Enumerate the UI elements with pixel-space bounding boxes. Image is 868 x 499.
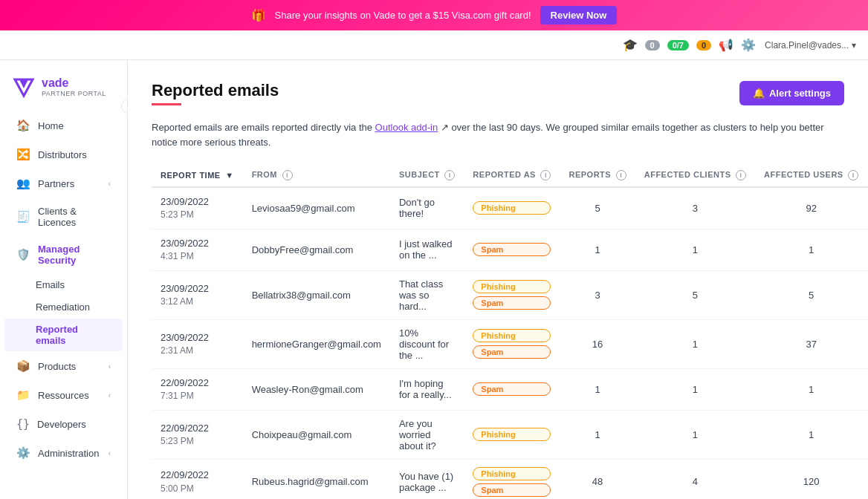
table-row: 22/09/2022 7:31 PM Weasley-Ron@gmail.com… xyxy=(152,368,868,410)
svg-marker-1 xyxy=(19,79,28,88)
sidebar-item-ressources[interactable]: 📁 Ressources ‹ xyxy=(4,381,123,409)
home-icon: 🏠 xyxy=(16,119,30,132)
tag-spam: Spam xyxy=(473,483,551,497)
ressources-chevron-icon: ‹ xyxy=(108,391,111,399)
badge-group-2: 0 xyxy=(696,40,711,50)
time-value: 5:23 PM xyxy=(161,435,234,448)
alert-settings-button[interactable]: 🔔 Alert settings xyxy=(739,81,844,105)
sidebar-item-label: Developers xyxy=(37,419,86,430)
cell-affected-clients: 3 xyxy=(635,187,755,229)
sidebar-item-developers[interactable]: {} Developers xyxy=(4,410,123,438)
reported-as-info-icon[interactable]: i xyxy=(540,170,551,180)
cell-tags: PhishingSpam xyxy=(464,270,560,319)
reports-info-icon[interactable]: i xyxy=(616,170,626,180)
cell-tags: Spam xyxy=(464,229,560,270)
sidebar-item-partners[interactable]: 👥 Partners ‹ xyxy=(4,169,123,198)
sidebar-item-products[interactable]: 📦 Products ‹ xyxy=(4,352,123,380)
partners-icon: 👥 xyxy=(16,177,30,190)
sidebar-item-remediation[interactable]: Remediation xyxy=(4,296,123,318)
time-value: 4:31 PM xyxy=(161,250,234,263)
cell-tags: Phishing xyxy=(464,187,560,229)
sidebar-item-emails[interactable]: Emails xyxy=(4,274,123,296)
user-name: Clara.Pinel@vades... xyxy=(765,40,849,50)
date-value: 23/09/2022 xyxy=(161,282,234,296)
time-value: 7:31 PM xyxy=(161,390,234,402)
sidebar-collapse-button[interactable]: ‹ xyxy=(121,99,128,114)
cell-affected-users: 1 xyxy=(755,368,867,410)
administration-chevron-icon: ‹ xyxy=(108,449,111,457)
cell-affected-users: 5 xyxy=(755,270,867,319)
badge-count-1: 0/7 xyxy=(667,40,689,50)
tag-phishing: Phishing xyxy=(473,428,551,441)
date-value: 22/09/2022 xyxy=(161,469,234,482)
page-title: Reported emails xyxy=(152,81,279,100)
graduation-icon-button[interactable]: 🎓 xyxy=(623,38,638,52)
cell-reports: 1 xyxy=(560,410,635,459)
time-value: 3:12 AM xyxy=(161,296,234,308)
affected-users-info-icon[interactable]: i xyxy=(848,170,858,180)
cell-reports: 1 xyxy=(560,229,635,270)
cell-from: Weasley-Ron@gmail.com xyxy=(243,368,390,410)
cell-from: Leviosaa59@gmail.com xyxy=(243,187,390,229)
badge-group-0: 0 xyxy=(645,40,660,50)
cell-date: 23/09/2022 3:12 AM xyxy=(152,270,243,319)
cell-affected-clients: 4 xyxy=(635,459,755,499)
sidebar-sub-item-label: Remediation xyxy=(36,301,90,313)
outlook-addin-link[interactable]: Outlook add-in xyxy=(375,122,438,133)
info-text-before: Reported emails are emails reported dire… xyxy=(152,122,375,133)
from-info-icon[interactable]: i xyxy=(282,170,293,180)
sidebar-sub-item-label: Reported emails xyxy=(36,324,78,346)
gift-icon: 🎁 xyxy=(251,8,266,22)
brand-subtitle: PARTNER PORTAL xyxy=(42,90,106,98)
date-value: 22/09/2022 xyxy=(161,376,234,390)
vade-logo-icon xyxy=(12,75,36,99)
badge-count-2: 0 xyxy=(696,40,711,50)
sidebar-item-managed-security[interactable]: 🛡️ Managed Security xyxy=(4,236,123,273)
cell-tags: PhishingSpam xyxy=(464,459,560,499)
cell-from: hermioneGranger@gmail.com xyxy=(243,319,390,368)
cell-subject: You have (1) package ... xyxy=(390,459,464,499)
date-value: 23/09/2022 xyxy=(161,237,234,250)
subject-info-icon[interactable]: i xyxy=(444,170,455,180)
cell-from: Choixpeau@gmail.com xyxy=(243,410,390,459)
date-value: 23/09/2022 xyxy=(161,331,234,345)
sidebar: ‹ vade PARTNER PORTAL 🏠 Home 🔀 Distribut… xyxy=(0,60,128,499)
cell-from: Bellatrix38@gmail.com xyxy=(243,270,390,319)
cell-affected-clients: 5 xyxy=(635,270,755,319)
col-report-time[interactable]: REPORT TIME ▼ xyxy=(152,164,243,187)
sidebar-item-distributors[interactable]: 🔀 Distributors xyxy=(4,140,123,169)
cell-subject: 10% discount for the ... xyxy=(390,319,464,368)
banner-text: Share your insights on Vade to get a $15… xyxy=(275,10,531,21)
table-row: 23/09/2022 2:31 AM hermioneGranger@gmail… xyxy=(152,319,868,368)
date-value: 23/09/2022 xyxy=(161,195,234,209)
table-row: 23/09/2022 3:12 AM Bellatrix38@gmail.com… xyxy=(152,270,868,319)
user-menu[interactable]: Clara.Pinel@vades... ▾ xyxy=(765,40,856,50)
table-row: 23/09/2022 4:31 PM DobbyFree@gmail.com I… xyxy=(152,229,868,270)
sidebar-item-reported-emails[interactable]: Reported emails xyxy=(4,319,123,351)
sidebar-sub-item-label: Emails xyxy=(36,279,65,290)
sidebar-item-label: Ressources xyxy=(38,390,89,401)
sidebar-item-label: Home xyxy=(38,120,64,131)
sidebar-item-label: Partners xyxy=(38,178,74,189)
settings-icon-button[interactable]: ⚙️ xyxy=(741,38,756,52)
table-row: 23/09/2022 5:23 PM Leviosaa59@gmail.com … xyxy=(152,187,868,229)
notification-icon-button[interactable]: 📢 xyxy=(719,38,733,52)
tag-spam: Spam xyxy=(473,382,551,396)
products-chevron-icon: ‹ xyxy=(108,362,111,371)
sidebar-item-administration[interactable]: ⚙️ Administration ‹ xyxy=(4,439,123,467)
col-subject: SUBJECT i xyxy=(390,164,464,187)
partners-chevron-icon: ‹ xyxy=(108,180,111,188)
affected-clients-info-icon[interactable]: i xyxy=(736,170,746,180)
tag-phishing: Phishing xyxy=(473,201,551,215)
sidebar-item-clients[interactable]: 🧾 Clients & Licences xyxy=(4,198,123,235)
tag-spam: Spam xyxy=(473,296,551,310)
cell-from: Rubeus.hagrid@gmail.com xyxy=(243,459,390,499)
review-now-button[interactable]: Review Now xyxy=(540,6,618,25)
cell-reports: 5 xyxy=(560,187,635,229)
top-navbar: 🎓 0 0/7 0 📢 ⚙️ Clara.Pinel@vades... ▾ xyxy=(0,30,868,60)
cell-subject: That class was so hard... xyxy=(390,270,464,319)
col-from: FROM i xyxy=(243,164,390,187)
tag-phishing: Phishing xyxy=(473,467,551,480)
sidebar-item-home[interactable]: 🏠 Home xyxy=(4,111,123,140)
ressources-icon: 📁 xyxy=(16,388,30,402)
